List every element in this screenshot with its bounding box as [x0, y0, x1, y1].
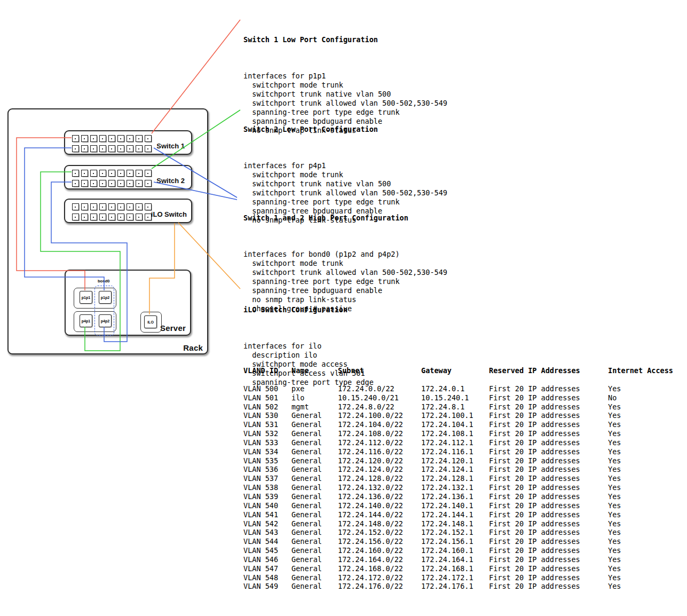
table-row: VLAN 533General172.24.112.0/22172.24.112… — [243, 438, 682, 447]
switch-port — [99, 145, 106, 152]
switch-port — [72, 145, 79, 152]
table-cell: Yes — [608, 546, 682, 555]
table-cell: Yes — [608, 510, 682, 519]
table-cell: mgmt — [291, 402, 338, 412]
table-cell: First 20 IP addresses — [489, 573, 608, 582]
config-title: Switch 1 Low Port Configuration — [243, 35, 447, 44]
table-cell: 172.24.0.1 — [421, 384, 489, 393]
table-row: VLAN 534General172.24.116.0/22172.24.116… — [243, 447, 682, 456]
table-cell: VLAN 542 — [243, 519, 291, 528]
table-cell: General — [291, 528, 338, 537]
bond0-label: bond0 — [98, 279, 110, 283]
table-cell: 172.24.124.0/22 — [338, 465, 421, 474]
table-cell: 172.24.108.1 — [421, 429, 489, 438]
vlan-table-header: VLAND IDNameSubnetGatewayReserved IP Add… — [243, 366, 682, 375]
table-cell: General — [291, 420, 338, 429]
table-cell: Yes — [608, 537, 682, 546]
table-cell: 172.24.116.1 — [421, 447, 489, 456]
column-header: Name — [291, 366, 338, 375]
switch-port — [117, 135, 124, 142]
table-cell: 10.15.240.0/21 — [338, 393, 421, 402]
table-cell: First 20 IP addresses — [489, 411, 608, 420]
switch-port — [90, 214, 97, 220]
table-cell: 172.24.124.1 — [421, 465, 489, 474]
table-cell: VLAN 546 — [243, 555, 291, 564]
switch-port — [127, 170, 133, 177]
table-cell: First 20 IP addresses — [489, 510, 608, 519]
table-cell: First 20 IP addresses — [489, 402, 608, 412]
table-cell: Yes — [608, 501, 682, 510]
table-cell: VLAN 545 — [243, 546, 291, 555]
switch-port — [81, 135, 88, 142]
config-line: switchport mode trunk — [243, 170, 447, 179]
switch-port — [72, 135, 79, 142]
table-row: VLAN 547General172.24.168.0/22172.24.168… — [243, 564, 682, 573]
table-cell: Yes — [608, 447, 682, 456]
table-cell: Yes — [608, 384, 682, 393]
table-cell: 172.24.148.0/22 — [338, 519, 421, 528]
table-cell: First 20 IP addresses — [489, 501, 608, 510]
switch-port — [108, 214, 115, 220]
switch-port — [127, 203, 133, 210]
table-cell: First 20 IP addresses — [489, 546, 608, 555]
table-cell: First 20 IP addresses — [489, 384, 608, 393]
table-cell: General — [291, 492, 338, 501]
switch-port — [90, 135, 97, 142]
switch1-box: Switch 1 — [64, 130, 192, 155]
switch-port — [72, 180, 79, 187]
table-cell: 172.24.0.0/22 — [338, 384, 421, 393]
switch2-port-row-bottom — [72, 180, 152, 187]
switch-port — [136, 170, 143, 177]
ilo-switch-label: iLO Switch — [151, 210, 187, 218]
table-cell: General — [291, 438, 338, 447]
table-cell: First 20 IP addresses — [489, 528, 608, 537]
table-cell: VLAN 544 — [243, 537, 291, 546]
vlan-table: VLAND IDNameSubnetGatewayReserved IP Add… — [243, 366, 682, 591]
table-cell: pxe — [291, 384, 338, 393]
table-cell: 172.24.100.0/22 — [338, 411, 421, 420]
switch-port — [127, 180, 133, 187]
table-row: VLAN 532General172.24.108.0/22172.24.108… — [243, 429, 682, 438]
table-cell: VLAN 539 — [243, 492, 291, 501]
table-cell: General — [291, 573, 338, 582]
server-port-p4p2: p4p2 — [99, 314, 112, 327]
table-cell: VLAN 548 — [243, 573, 291, 582]
config-line: switchport trunk native vlan 500 — [243, 90, 447, 99]
table-cell: VLAN 502 — [243, 402, 291, 412]
table-cell: 172.24.112.1 — [421, 438, 489, 447]
table-cell: 172.24.120.1 — [421, 456, 489, 465]
switch-port — [145, 135, 152, 142]
table-cell: ilo — [291, 393, 338, 402]
table-row: VLAN 543General172.24.152.0/22172.24.152… — [243, 528, 682, 537]
table-cell: 172.24.172.0/22 — [338, 573, 421, 582]
table-row: VLAN 531General172.24.104.0/22172.24.104… — [243, 420, 682, 429]
config-line: description ilo — [243, 351, 374, 360]
table-cell: General — [291, 411, 338, 420]
ilo-switch-port-row-bottom — [72, 214, 152, 220]
table-row: VLAN 545General172.24.160.0/22172.24.160… — [243, 546, 682, 555]
server-port-p1p2: p1p2 — [99, 291, 112, 304]
table-cell: 172.24.136.1 — [421, 492, 489, 501]
table-cell: 172.24.104.1 — [421, 420, 489, 429]
switch2-port-row-top — [72, 170, 152, 177]
table-row: VLAN 537General172.24.128.0/22172.24.128… — [243, 474, 682, 483]
table-cell: 172.24.168.0/22 — [338, 564, 421, 573]
switch2-label: Switch 2 — [156, 177, 185, 185]
table-row: VLAN 535General172.24.120.0/22172.24.120… — [243, 456, 682, 465]
table-cell: General — [291, 510, 338, 519]
switch1-label: Switch 1 — [156, 142, 185, 150]
table-cell: 172.24.152.0/22 — [338, 528, 421, 537]
switch1-port-row-bottom — [72, 145, 152, 152]
table-cell: 172.24.160.1 — [421, 546, 489, 555]
table-cell: 172.24.140.1 — [421, 501, 489, 510]
table-cell: General — [291, 564, 338, 573]
table-row: VLAN 500pxe172.24.0.0/22172.24.0.1First … — [243, 384, 682, 393]
server-box: bond0 p1p1 p1p2 p4p1 p4p2 iLO Server — [65, 270, 191, 336]
table-row: VLAN 546General172.24.164.0/22172.24.164… — [243, 555, 682, 564]
vlan-table-rows: VLAN 500pxe172.24.0.0/22172.24.0.1First … — [243, 384, 682, 591]
switch-port — [117, 214, 124, 220]
switch-port — [127, 214, 133, 220]
table-cell: First 20 IP addresses — [489, 582, 608, 591]
table-cell: 172.24.176.1 — [421, 582, 489, 591]
table-cell: 172.24.100.1 — [421, 411, 489, 420]
